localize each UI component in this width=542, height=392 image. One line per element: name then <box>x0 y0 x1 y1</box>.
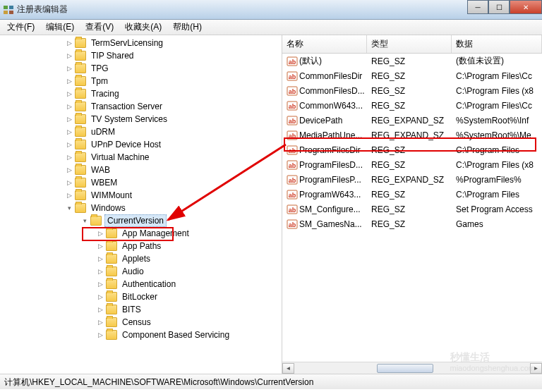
maximize-button[interactable]: ☐ <box>488 0 510 14</box>
folder-icon <box>106 317 117 327</box>
tree-item[interactable]: ▷TPG <box>0 62 282 75</box>
expand-icon[interactable]: ▷ <box>96 331 104 339</box>
value-row[interactable]: abProgramFilesD... REG_SZ C:\Program Fil… <box>282 157 542 172</box>
string-value-icon: ab <box>287 159 298 171</box>
value-row[interactable]: abMediaPathUne... REG_EXPAND_SZ %SystemR… <box>282 128 542 142</box>
window-controls: ─ ☐ ✕ <box>467 0 542 14</box>
value-row[interactable]: abCommonW643... REG_SZ C:\Program Files\… <box>282 98 542 113</box>
content-area: ▷TermServLicensing▷TIP Shared▷TPG▷Tpm▷Tr… <box>0 35 542 374</box>
tree-item-windows[interactable]: ▾Windows <box>0 202 282 214</box>
tree-item[interactable]: ▷UPnP Device Host <box>0 138 282 151</box>
menu-file[interactable]: 文件(F) <box>1 20 40 35</box>
expand-icon[interactable]: ▷ <box>65 128 73 136</box>
expand-icon[interactable]: ▷ <box>65 166 73 174</box>
expand-icon[interactable]: ▷ <box>96 280 104 288</box>
expand-icon[interactable]: ▷ <box>65 51 73 60</box>
tree-item[interactable]: ▷uDRM <box>0 125 282 138</box>
scroll-thumb[interactable] <box>377 364 433 373</box>
value-row[interactable]: abProgramW643... REG_SZ C:\Program Files <box>282 187 542 202</box>
tree-item[interactable]: ▷App Paths <box>0 240 282 252</box>
expand-icon[interactable]: ▷ <box>65 153 73 161</box>
expand-icon[interactable]: ▷ <box>65 178 73 187</box>
value-type: REG_SZ <box>367 70 452 82</box>
value-row[interactable]: ab(默认) REG_SZ (数值未设置) <box>282 54 542 68</box>
expand-icon[interactable]: ▷ <box>65 191 73 200</box>
value-name: abSM_Configure... <box>282 202 367 216</box>
value-row[interactable]: abCommonFilesD... REG_SZ C:\Program File… <box>282 83 542 98</box>
expand-icon[interactable]: ▷ <box>96 305 104 314</box>
collapse-icon[interactable]: ▾ <box>80 216 89 225</box>
tree-item[interactable]: ▷Audio <box>0 265 282 278</box>
expand-icon[interactable]: ▷ <box>65 39 73 47</box>
tree-label: WBEM <box>89 177 119 188</box>
scroll-left-button[interactable]: ◄ <box>282 363 294 374</box>
tree-item[interactable]: ▷Census <box>0 316 282 329</box>
menu-favorites[interactable]: 收藏夹(A) <box>119 20 167 35</box>
expand-icon[interactable]: ▷ <box>96 242 104 250</box>
tree-item[interactable]: ▷Component Based Servicing <box>0 329 282 341</box>
tree-item[interactable]: ▷TIP Shared <box>0 49 282 62</box>
folder-icon <box>106 254 117 264</box>
tree-item[interactable]: ▷WIMMount <box>0 189 282 202</box>
column-data[interactable]: 数据 <box>452 35 542 53</box>
expand-icon[interactable]: ▷ <box>65 90 73 98</box>
tree-label: Applets <box>120 253 152 264</box>
tree-item[interactable]: ▷App Management <box>0 227 282 240</box>
value-row[interactable]: abCommonFilesDir REG_SZ C:\Program Files… <box>282 68 542 83</box>
value-data: %ProgramFiles% <box>452 173 542 186</box>
string-value-icon: ab <box>287 56 298 67</box>
svg-rect-2 <box>4 11 8 14</box>
tree-item[interactable]: ▷Authentication <box>0 278 282 290</box>
expand-icon[interactable]: ▷ <box>96 229 104 238</box>
expand-icon[interactable]: ▷ <box>65 140 73 149</box>
folder-icon <box>75 63 86 73</box>
value-row[interactable]: abProgramFilesDir REG_SZ C:\Program File… <box>282 142 542 157</box>
close-button[interactable]: ✕ <box>510 0 542 14</box>
value-type: REG_EXPAND_SZ <box>367 173 452 186</box>
expand-icon[interactable]: ▷ <box>65 102 73 111</box>
tree-item[interactable]: ▷Tpm <box>0 75 282 87</box>
tree-item[interactable]: ▷BitLocker <box>0 290 282 303</box>
column-name[interactable]: 名称 <box>282 35 367 53</box>
value-row[interactable]: abSM_Configure... REG_SZ Set Program Acc… <box>282 202 542 216</box>
expand-icon[interactable]: ▷ <box>65 64 73 73</box>
folder-icon <box>75 102 86 111</box>
svg-text:ab: ab <box>289 177 296 184</box>
expand-icon[interactable]: ▷ <box>65 77 73 85</box>
tree-label: Virtual Machine <box>89 152 152 163</box>
value-data: C:\Program Files <box>452 188 542 201</box>
menu-edit[interactable]: 编辑(E) <box>40 20 80 35</box>
tree-item[interactable]: ▷Tracing <box>0 87 282 100</box>
expand-icon[interactable]: ▷ <box>65 115 73 123</box>
expand-icon[interactable]: ▷ <box>96 293 104 301</box>
tree-label: BitLocker <box>120 291 159 302</box>
minimize-button[interactable]: ─ <box>467 0 488 14</box>
expand-icon[interactable]: ▷ <box>96 318 104 326</box>
value-row[interactable]: abDevicePath REG_EXPAND_SZ %SystemRoot%\… <box>282 113 542 128</box>
menu-help[interactable]: 帮助(H) <box>167 20 207 35</box>
tree-item[interactable]: ▷WAB <box>0 164 282 176</box>
value-row[interactable]: abSM_GamesNa... REG_SZ Games <box>282 216 542 231</box>
registry-tree[interactable]: ▷TermServLicensing▷TIP Shared▷TPG▷Tpm▷Tr… <box>0 35 282 374</box>
expand-icon[interactable]: ▷ <box>96 267 104 276</box>
tree-item[interactable]: ▷TermServLicensing <box>0 37 282 49</box>
value-row[interactable]: abProgramFilesP... REG_EXPAND_SZ %Progra… <box>282 172 542 187</box>
values-list[interactable]: 名称 类型 数据 ab(默认) REG_SZ (数值未设置) abCommonF… <box>282 35 542 374</box>
string-value-icon: ab <box>287 130 298 141</box>
tree-item[interactable]: ▷Virtual Machine <box>0 151 282 164</box>
tree-item[interactable]: ▷BITS <box>0 303 282 316</box>
tree-item[interactable]: ▷Transaction Server <box>0 100 282 113</box>
menu-view[interactable]: 查看(V) <box>80 20 119 35</box>
svg-rect-3 <box>9 11 13 14</box>
tree-item[interactable]: ▷Applets <box>0 252 282 265</box>
expand-icon[interactable]: ▷ <box>96 255 104 263</box>
tree-item[interactable]: ▷TV System Services <box>0 113 282 125</box>
tree-label: WAB <box>89 164 112 176</box>
column-type[interactable]: 类型 <box>367 35 452 53</box>
collapse-icon[interactable]: ▾ <box>65 204 73 212</box>
tree-item[interactable]: ▷WBEM <box>0 176 282 189</box>
folder-icon <box>75 114 86 124</box>
tree-item-currentversion[interactable]: ▾CurrentVersion <box>0 214 282 227</box>
folder-icon <box>75 178 86 188</box>
folder-icon <box>90 216 102 226</box>
